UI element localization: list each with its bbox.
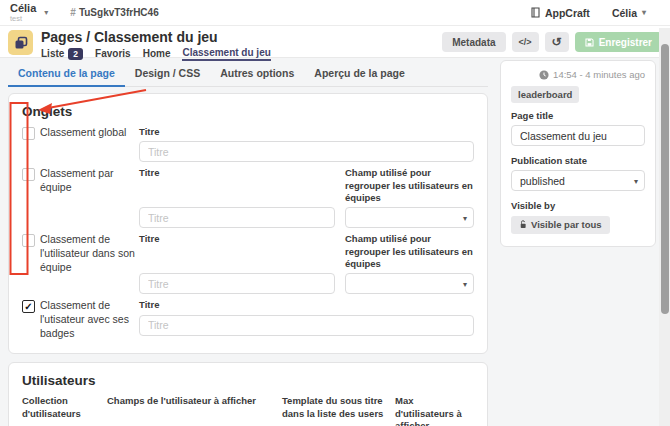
code-icon: </> [519,37,532,47]
titre-label: Titre [139,299,474,311]
titre-label: Titre [139,233,335,245]
header-actions: Metadata </> ↺ Enregistrer [442,32,662,52]
titre-input-classement-global[interactable] [139,141,474,162]
save-button[interactable]: Enregistrer [575,32,662,52]
unlock-icon [519,220,527,229]
visible-by-label: Visible by [511,200,645,211]
workspace-switcher[interactable]: Célia test ▾ [10,3,48,23]
chevron-down-icon: ▾ [463,213,467,222]
checkbox-classement-utilisateur-equipe[interactable] [22,234,35,247]
champ-regrouper-select-utilisateur[interactable]: ▾ [345,273,474,294]
bookmark-icon [531,7,540,18]
appcraft-link[interactable]: AppCraft [531,7,590,19]
onglet-row-classement-par-equipe: Classement par équipe Titre Champ utilis… [22,167,474,228]
channel-id[interactable]: # TuSgkvT3frHC46 [70,7,158,18]
chevron-down-icon: ▾ [634,176,638,185]
save-icon [585,38,594,47]
template-label: Template du sous titre dans la liste des… [282,395,386,420]
last-saved-timestamp: 14:54 - 4 minutes ago [511,69,645,80]
titre-input-classement-par-equipe[interactable] [139,207,335,228]
tab-design-css[interactable]: Design / CSS [125,60,210,87]
checkbox-classement-global[interactable] [22,127,35,140]
tabbar: Contenu de la page Design / CSS Autres o… [8,60,488,87]
titre-label: Titre [139,126,474,138]
page-settings-panel: 14:54 - 4 minutes ago leaderboard Page t… [500,60,656,247]
onglet-row-classement-utilisateur-equipe: Classement de l'utilisateur dans son équ… [22,233,474,294]
page-title: Pages / Classement du jeu [41,30,442,45]
check-icon: ✓ [24,301,32,312]
history-icon: ↺ [552,35,562,49]
tab-contenu-de-la-page[interactable]: Contenu de la page [8,60,125,87]
page-type-badge: leaderboard [511,86,579,103]
user-menu[interactable]: Célia ▾ [612,7,646,19]
chevron-down-icon: ▾ [44,8,48,17]
onglet-label: Classement global [40,126,139,162]
page-title-input[interactable] [511,125,645,146]
checkbox-classement-par-equipe[interactable] [22,168,35,181]
chevron-down-icon: ▾ [463,279,467,288]
section-heading-onglets: Onglets [22,104,474,119]
checkbox-classement-badges[interactable]: ✓ [22,300,35,313]
workspace-subtitle: test [10,15,36,23]
channel-id-text: TuSgkvT3frHC46 [79,7,159,18]
clock-icon [539,70,549,80]
app-name: AppCraft [545,7,590,19]
page-header: Pages / Classement du jeu Liste 2 Favori… [0,26,670,58]
onglets-section: Onglets Classement global Titre Classeme… [8,93,488,354]
user-name: Célia [612,7,637,19]
onglet-row-classement-badges: ✓ Classement de l'utisateur avec ses bad… [22,299,474,340]
code-button[interactable]: </> [512,32,539,52]
chevron-down-icon: ▾ [642,8,646,17]
champ-regrouper-label: Champ utilisé pour regrouper les utilisa… [345,167,474,204]
champ-regrouper-select-equipe[interactable]: ▾ [345,207,474,228]
champ-regrouper-label: Champ utilisé pour regrouper les utilisa… [345,233,474,270]
publication-state-select[interactable]: published ▾ [511,170,645,191]
section-heading-utilisateurs: Utilisateurs [22,373,474,388]
topbar: Célia test ▾ # TuSgkvT3frHC46 AppCraft C… [0,0,670,26]
collection-label: Collection d'utilisateurs [22,395,98,420]
hash-icon: # [70,7,76,18]
titre-label: Titre [139,167,335,179]
titre-input-classement-utilisateur-equipe[interactable] [139,273,335,294]
page-title-label: Page title [511,110,645,121]
onglet-label: Classement de l'utisateur avec ses badge… [40,299,139,340]
scrollbar-thumb[interactable] [661,44,669,314]
tab-apercu-de-la-page[interactable]: Aperçu de la page [304,60,414,87]
utilisateurs-section: Utilisateurs Collection d'utilisateurs p… [8,362,488,426]
content-area: Contenu de la page Design / CSS Autres o… [0,58,670,426]
workspace-name: Célia [10,3,36,14]
visible-par-tous-button[interactable]: Visible par tous [511,216,610,234]
tab-autres-options[interactable]: Autres options [210,60,304,87]
max-utilisateurs-label: Max d'utilisateurs à afficher [395,395,469,426]
history-button[interactable]: ↺ [545,32,569,52]
onglet-row-classement-global: Classement global Titre [22,126,474,162]
onglet-label: Classement par équipe [40,167,139,228]
publication-state-label: Publication state [511,155,645,166]
onglet-label: Classement de l'utilisateur dans son équ… [40,233,139,294]
champs-afficher-label: Champs de l'utilisateur à afficher [107,395,273,407]
metadata-button[interactable]: Metadata [442,32,505,52]
titre-input-classement-badges[interactable] [139,315,474,336]
pages-icon [8,30,33,55]
